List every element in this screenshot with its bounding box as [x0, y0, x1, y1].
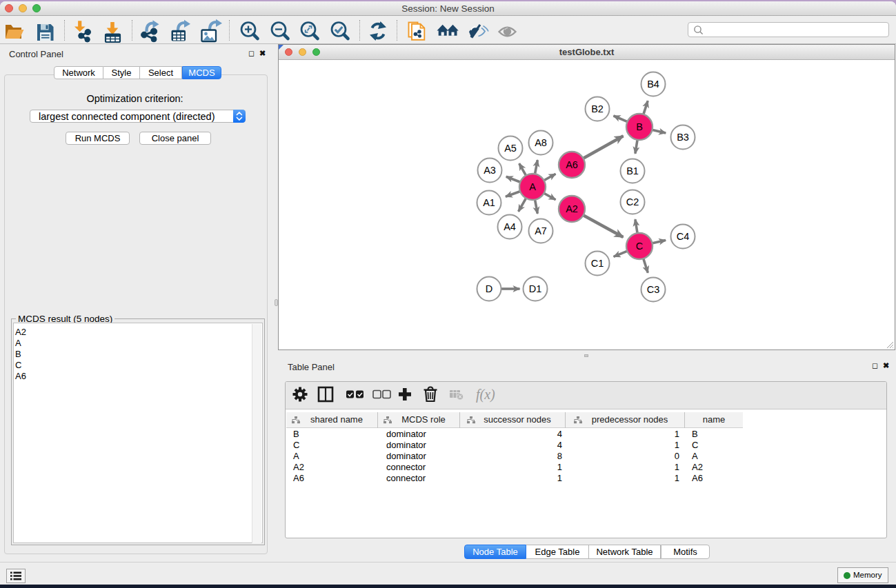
svg-text:A4: A4: [504, 221, 516, 232]
svg-text:A6: A6: [566, 159, 578, 170]
svg-text:C2: C2: [626, 196, 639, 207]
svg-text:D: D: [486, 283, 492, 294]
svg-text:C3: C3: [647, 284, 660, 295]
svg-text:A: A: [529, 181, 536, 192]
svg-text:C1: C1: [591, 258, 604, 269]
svg-text:A8: A8: [535, 137, 547, 148]
svg-text:B2: B2: [591, 103, 604, 114]
svg-text:A5: A5: [504, 143, 517, 154]
svg-text:C: C: [636, 241, 643, 252]
svg-text:f(x): f(x): [476, 387, 495, 403]
svg-text:A7: A7: [535, 225, 547, 236]
svg-text:D1: D1: [529, 283, 542, 294]
svg-text:A2: A2: [566, 203, 578, 214]
svg-text:A1: A1: [483, 197, 495, 208]
svg-text:C4: C4: [677, 231, 690, 242]
svg-text:B3: B3: [677, 132, 689, 143]
svg-text:A3: A3: [484, 165, 496, 176]
svg-text:B4: B4: [647, 79, 659, 90]
svg-text:B: B: [636, 121, 643, 132]
svg-text:B1: B1: [626, 165, 639, 176]
